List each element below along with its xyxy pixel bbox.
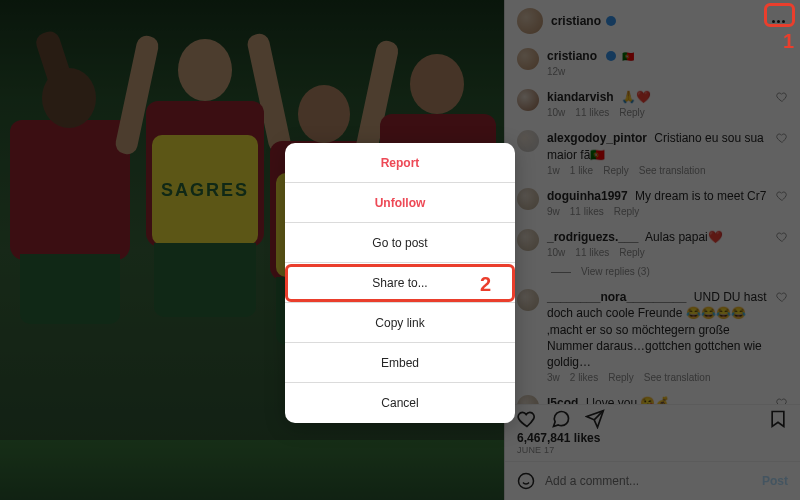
option-cancel[interactable]: Cancel bbox=[285, 383, 515, 423]
option-share-to[interactable]: Share to... bbox=[285, 263, 515, 303]
app-root: SAGRES cristiano bbox=[0, 0, 800, 500]
option-go-to-post[interactable]: Go to post bbox=[285, 223, 515, 263]
option-unfollow[interactable]: Unfollow bbox=[285, 183, 515, 223]
option-report[interactable]: Report bbox=[285, 143, 515, 183]
post-options-sheet: ReportUnfollowGo to postShare to...Copy … bbox=[285, 143, 515, 423]
option-copy-link[interactable]: Copy link bbox=[285, 303, 515, 343]
option-embed[interactable]: Embed bbox=[285, 343, 515, 383]
